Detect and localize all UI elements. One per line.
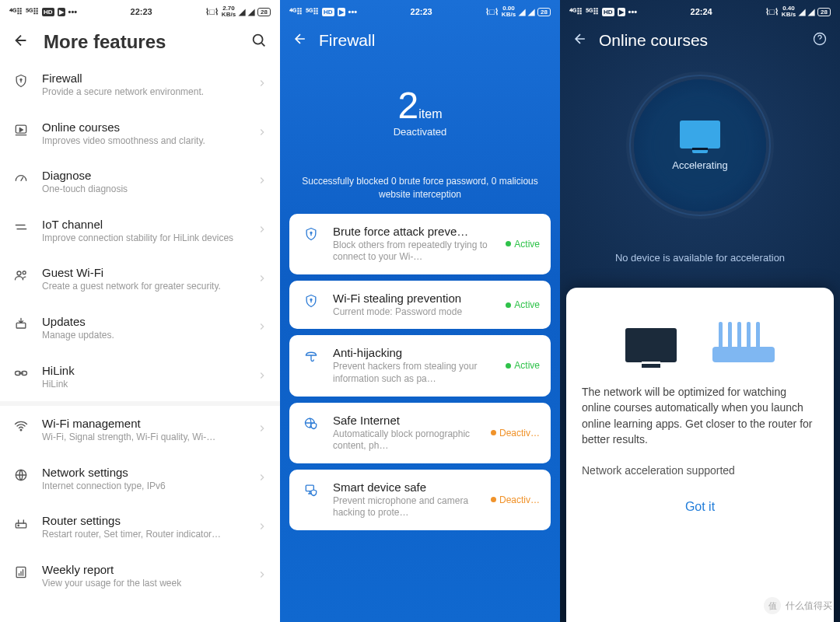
wifi-icon-2: ◢	[808, 7, 814, 17]
list-item-diagnose[interactable]: Diagnose One-touch diagnosis	[0, 158, 280, 207]
battery-icon: 28	[817, 8, 831, 16]
firewall-card-safe-internet[interactable]: Safe Internet Automatically block pornog…	[289, 403, 551, 463]
hd-icon: HD	[602, 8, 614, 16]
wifi-icon: ◢	[799, 7, 805, 17]
page-title: Firewall	[319, 31, 375, 50]
signal-5g-icon: ⁵ᴳ⠿	[26, 7, 39, 17]
watermark-text: 什么值得买	[786, 599, 832, 613]
wifi-icon	[12, 417, 30, 434]
page-title: More features	[44, 31, 236, 53]
svg-point-11	[18, 526, 19, 526]
computer-icon	[625, 328, 677, 362]
list-item-firewall[interactable]: Firewall Provide a secure network enviro…	[0, 61, 280, 110]
page-title: Online courses	[599, 31, 801, 50]
firewall-card-smart-device-safe[interactable]: Smart device safe Prevent microphone and…	[289, 470, 551, 530]
signal-4g-icon: ⁴ᴳ⠿	[289, 7, 303, 17]
item-title: Router settings	[42, 514, 244, 527]
chevron-right-icon	[257, 127, 268, 141]
firewall-card-anti-hijacking[interactable]: Anti-hijacking Prevent hackers from stea…	[289, 335, 551, 396]
cast-icon: ▶	[618, 8, 625, 16]
swap-icon	[12, 218, 30, 235]
status-badge: Deactiv…	[491, 428, 540, 439]
screen-online-courses: ⁴ᴳ⠿ ⁵ᴳ⠿ HD ▶ ••• 22:24 ⌇□⌇ 0.40KB/s ◢ ◢ …	[560, 0, 840, 622]
signal-5g-icon: ⁵ᴳ⠿	[306, 7, 319, 17]
net-speed: 0.40KB/s	[782, 5, 796, 18]
hd-icon: HD	[322, 8, 334, 16]
item-subtitle: HiLink	[42, 379, 244, 391]
wifi-icon-2: ◢	[248, 7, 254, 17]
list-item-weekly-report[interactable]: Weekly report View your usage for the la…	[0, 552, 280, 601]
back-icon[interactable]	[12, 32, 30, 52]
deactivated-count: 2	[398, 85, 419, 126]
status-time: 22:24	[691, 7, 712, 16]
card-subtitle: Automatically block pornographic content…	[333, 428, 480, 453]
item-subtitle: One-touch diagnosis	[42, 183, 244, 196]
card-subtitle: Block others from repeatedly trying to c…	[333, 239, 495, 264]
list-item-online-courses[interactable]: Online courses Improves video smoothness…	[0, 110, 280, 159]
firewall-card-brute-force-attack-preve-[interactable]: Brute force attack preve… Block others f…	[289, 214, 551, 274]
cast-icon: ▶	[338, 8, 345, 16]
item-title: Firewall	[42, 72, 244, 85]
globe-icon	[12, 466, 30, 483]
svg-point-3	[17, 271, 21, 275]
status-badge: Active	[506, 360, 540, 371]
watermark-icon: 值	[764, 597, 781, 614]
watermark: 值 什么值得买	[764, 597, 832, 614]
status-badge: Active	[506, 239, 540, 250]
more-icon: •••	[628, 7, 638, 16]
chevron-right-icon	[257, 423, 268, 437]
chevron-right-icon	[257, 321, 268, 335]
firewall-card-wi-fi-stealing-prevention[interactable]: Wi-Fi stealing prevention Current mode: …	[289, 281, 551, 330]
header: Firewall	[280, 23, 560, 58]
cast-icon: ▶	[58, 8, 65, 16]
item-subtitle: Restart router, Set timer, Router indica…	[42, 529, 244, 541]
svg-point-4	[23, 271, 26, 274]
search-icon[interactable]	[250, 32, 268, 52]
list-item-updates[interactable]: Updates Manage updates.	[0, 304, 280, 353]
list-item-network-settings[interactable]: Network settings Internet connection typ…	[0, 455, 280, 504]
status-badge: Deactiv…	[491, 494, 540, 505]
list-item-router-settings[interactable]: Router settings Restart router, Set time…	[0, 503, 280, 552]
card-title: Brute force attack preve…	[333, 225, 495, 238]
popup-supported: Network acceleration supported	[582, 463, 818, 478]
accelerating-label: Accelerating	[672, 159, 728, 171]
chevron-right-icon	[257, 78, 268, 92]
card-title: Smart device safe	[333, 480, 480, 494]
header: More features	[0, 23, 280, 61]
chevron-right-icon	[257, 472, 268, 486]
card-subtitle: Prevent hackers from stealing your infor…	[333, 361, 495, 385]
item-subtitle: View your usage for the last week	[42, 578, 244, 590]
screen-more-features: ⁴ᴳ⠿ ⁵ᴳ⠿ HD ▶ ••• 22:23 ⌇□⌇ 2.70KB/s ◢ ◢ …	[0, 0, 280, 622]
item-subtitle: Wi-Fi, Signal strength, Wi-Fi quality, W…	[42, 432, 244, 444]
signal-5g-icon: ⁵ᴳ⠿	[586, 7, 599, 17]
item-title: Guest Wi-Fi	[42, 266, 244, 279]
router-icon	[712, 328, 775, 362]
acceleration-ring: Accelerating	[560, 58, 840, 218]
list-item-guest-wi-fi[interactable]: Guest Wi-Fi Create a guest network for g…	[0, 255, 280, 304]
wifi-icon-2: ◢	[528, 7, 534, 17]
help-icon[interactable]	[812, 31, 828, 50]
popup-body: The network will be optimized for watchi…	[582, 384, 818, 447]
net-speed: 0.00KB/s	[502, 5, 516, 18]
firewall-message: Successfully blocked 0 brute force passw…	[296, 175, 544, 201]
gauge-icon	[12, 169, 30, 186]
item-title: Online courses	[42, 121, 244, 134]
item-title: Network settings	[42, 466, 244, 479]
vibrate-icon: ⌇□⌇	[765, 7, 779, 17]
list-item-iot-channel[interactable]: IoT channel Improve connection stability…	[0, 207, 280, 256]
back-icon[interactable]	[292, 31, 308, 50]
header: Online courses	[560, 23, 840, 58]
item-subtitle: Improves video smoothness and clarity.	[42, 135, 244, 148]
umbrella-icon	[300, 346, 322, 363]
card-title: Safe Internet	[333, 414, 480, 427]
chevron-right-icon	[257, 569, 268, 583]
list-item-wi-fi-management[interactable]: Wi-Fi management Wi-Fi, Signal strength,…	[0, 406, 280, 455]
signal-4g-icon: ⁴ᴳ⠿	[569, 7, 583, 17]
list-item-hilink[interactable]: HiLink HiLink	[0, 353, 280, 402]
item-title: HiLink	[42, 364, 244, 377]
back-icon[interactable]	[572, 31, 588, 50]
got-it-button[interactable]: Got it	[582, 500, 818, 514]
more-icon: •••	[348, 7, 358, 16]
chevron-right-icon	[257, 370, 268, 384]
deactivated-label: Deactivated	[394, 126, 447, 138]
